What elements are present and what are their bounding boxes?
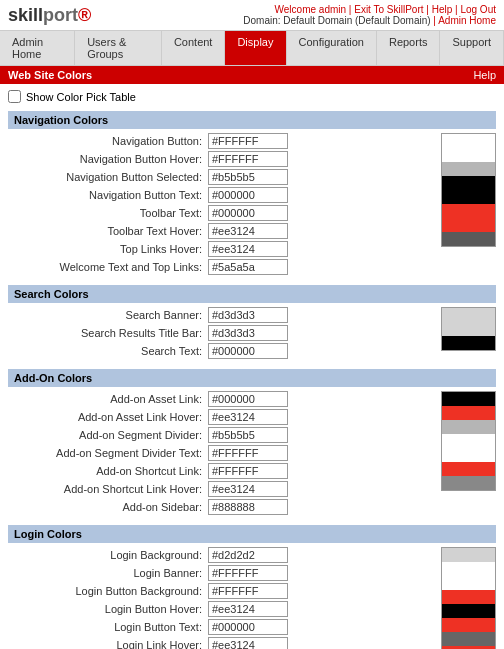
input-login-btn-hover[interactable] <box>208 601 288 617</box>
input-login-banner[interactable] <box>208 565 288 581</box>
row-addon-asset-link: Add-on Asset Link: <box>8 391 435 407</box>
input-addon-asset-link[interactable] <box>208 391 288 407</box>
nav-swatch-stack <box>441 133 496 247</box>
swatch-nav-7 <box>442 232 495 246</box>
input-login-btn-bg[interactable] <box>208 583 288 599</box>
row-addon-shortcut-link: Add-on Shortcut Link: <box>8 463 435 479</box>
input-top-links-hover[interactable] <box>208 241 288 257</box>
row-login-banner: Login Banner: <box>8 565 435 581</box>
row-search-banner: Search Banner: <box>8 307 435 323</box>
input-addon-shortcut-link-hover[interactable] <box>208 481 288 497</box>
page-title: Web Site Colors <box>8 69 92 81</box>
login-rows: Login Background: Login Banner: Login Bu… <box>8 547 435 649</box>
swatch-nav-4 <box>442 190 495 204</box>
input-toolbar-text-hover[interactable] <box>208 223 288 239</box>
nav-display[interactable]: Display <box>225 31 286 65</box>
label-welcome-text: Welcome Text and Top Links: <box>8 261 208 273</box>
label-login-btn-text: Login Button Text: <box>8 621 208 633</box>
section-addon-header: Add-On Colors <box>8 369 496 387</box>
input-login-bg[interactable] <box>208 547 288 563</box>
nav-support[interactable]: Support <box>440 31 504 65</box>
row-search-results-bar: Search Results Title Bar: <box>8 325 435 341</box>
input-addon-segment-divider[interactable] <box>208 427 288 443</box>
row-nav-button-text: Navigation Button Text: <box>8 187 435 203</box>
label-nav-button-hover: Navigation Button Hover: <box>8 153 208 165</box>
row-welcome-text: Welcome Text and Top Links: <box>8 259 435 275</box>
swatch-search-0 <box>442 308 495 322</box>
welcome-text: Welcome admin <box>275 4 347 15</box>
nav-users-groups[interactable]: Users & Groups <box>75 31 162 65</box>
top-header: skillport® Welcome admin | Exit To Skill… <box>0 0 504 30</box>
row-nav-button-hover: Navigation Button Hover: <box>8 151 435 167</box>
input-toolbar-text[interactable] <box>208 205 288 221</box>
label-addon-asset-link-hover: Add-on Asset Link Hover: <box>8 411 208 423</box>
row-login-link-hover: Login Link Hover: <box>8 637 435 649</box>
row-login-btn-text: Login Button Text: <box>8 619 435 635</box>
swatch-addon-6 <box>442 476 495 490</box>
admin-home-link[interactable]: Admin Home <box>438 15 496 26</box>
input-search-text[interactable] <box>208 343 288 359</box>
navigation-rows: Navigation Button: Navigation Button Hov… <box>8 133 435 277</box>
sub-nav-bar: Web Site Colors Help <box>0 66 504 84</box>
swatch-nav-3 <box>442 176 495 190</box>
input-nav-button-selected[interactable] <box>208 169 288 185</box>
exit-link[interactable]: Exit To SkillPort <box>354 4 423 15</box>
logo-port: port <box>43 5 78 25</box>
section-navigation-content: Navigation Button: Navigation Button Hov… <box>8 133 496 277</box>
input-login-link-hover[interactable] <box>208 637 288 649</box>
nav-bar: Admin Home Users & Groups Content Displa… <box>0 30 504 66</box>
row-login-bg: Login Background: <box>8 547 435 563</box>
input-nav-button[interactable] <box>208 133 288 149</box>
label-addon-shortcut-link: Add-on Shortcut Link: <box>8 465 208 477</box>
nav-configuration[interactable]: Configuration <box>287 31 377 65</box>
show-color-pick-row: Show Color Pick Table <box>8 90 496 103</box>
label-nav-button: Navigation Button: <box>8 135 208 147</box>
section-search-header: Search Colors <box>8 285 496 303</box>
logo-skill: skill <box>8 5 43 25</box>
row-addon-shortcut-link-hover: Add-on Shortcut Link Hover: <box>8 481 435 497</box>
help-button[interactable]: Help <box>473 69 496 81</box>
input-addon-asset-link-hover[interactable] <box>208 409 288 425</box>
row-toolbar-text: Toolbar Text: <box>8 205 435 221</box>
nav-admin-home[interactable]: Admin Home <box>0 31 75 65</box>
input-addon-sidebar[interactable] <box>208 499 288 515</box>
input-search-banner[interactable] <box>208 307 288 323</box>
input-nav-button-hover[interactable] <box>208 151 288 167</box>
login-swatch-stack <box>441 547 496 649</box>
nav-content[interactable]: Content <box>162 31 226 65</box>
label-nav-button-selected: Navigation Button Selected: <box>8 171 208 183</box>
section-login: Login Colors Login Background: Login Ban… <box>8 525 496 649</box>
swatch-login-3 <box>442 590 495 604</box>
row-nav-button: Navigation Button: <box>8 133 435 149</box>
swatch-login-4 <box>442 604 495 618</box>
row-addon-segment-divider: Add-on Segment Divider: <box>8 427 435 443</box>
help-link[interactable]: Help <box>432 4 453 15</box>
label-addon-asset-link: Add-on Asset Link: <box>8 393 208 405</box>
search-swatch-stack <box>441 307 496 351</box>
swatch-search-2 <box>442 336 495 350</box>
swatch-addon-1 <box>442 406 495 420</box>
row-addon-sidebar: Add-on Sidebar: <box>8 499 435 515</box>
swatch-nav-1 <box>442 148 495 162</box>
input-addon-shortcut-link[interactable] <box>208 463 288 479</box>
main-content: Show Color Pick Table Navigation Colors … <box>0 84 504 649</box>
input-login-btn-text[interactable] <box>208 619 288 635</box>
section-login-content: Login Background: Login Banner: Login Bu… <box>8 547 496 649</box>
label-toolbar-text-hover: Toolbar Text Hover: <box>8 225 208 237</box>
show-color-pick-label: Show Color Pick Table <box>26 91 136 103</box>
nav-reports[interactable]: Reports <box>377 31 441 65</box>
label-login-btn-bg: Login Button Background: <box>8 585 208 597</box>
label-top-links-hover: Top Links Hover: <box>8 243 208 255</box>
input-welcome-text[interactable] <box>208 259 288 275</box>
show-color-pick-checkbox[interactable] <box>8 90 21 103</box>
input-nav-button-text[interactable] <box>208 187 288 203</box>
section-navigation: Navigation Colors Navigation Button: Nav… <box>8 111 496 277</box>
swatch-login-2 <box>442 576 495 590</box>
logout-link[interactable]: Log Out <box>460 4 496 15</box>
section-addon-content: Add-on Asset Link: Add-on Asset Link Hov… <box>8 391 496 517</box>
swatch-nav-2 <box>442 162 495 176</box>
input-addon-segment-divider-text[interactable] <box>208 445 288 461</box>
input-search-results-bar[interactable] <box>208 325 288 341</box>
label-login-bg: Login Background: <box>8 549 208 561</box>
swatch-addon-4 <box>442 448 495 462</box>
